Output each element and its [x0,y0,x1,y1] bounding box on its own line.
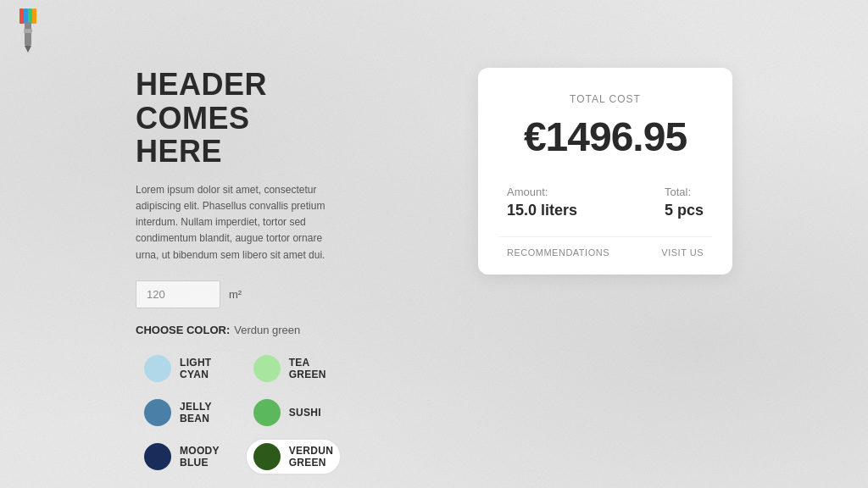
total-cost-label: TOTAL COST [498,93,712,105]
total-cost-value: €1496.95 [498,114,712,160]
choose-color-label: CHOOSE COLOR: [136,324,230,336]
total-pcs-value: 5 pcs [665,202,704,219]
svg-rect-1 [24,8,28,24]
color-label-tea-green: TEA GREEN [289,357,333,380]
color-label-verdun-green: VERDUN GREEN [289,445,333,469]
paint-brush-icon [13,8,42,55]
color-option-tea-green[interactable]: TEA GREEN [245,350,342,387]
total-pcs-label: Total: [665,186,704,198]
left-panel: HEADER COMES HERE Lorem ipsum dolor sit … [136,68,342,488]
svg-rect-0 [19,8,24,24]
total-detail: Total: 5 pcs [665,186,704,219]
svg-marker-5 [25,46,31,53]
svg-rect-4 [25,22,31,46]
amount-detail: Amount: 15.0 liters [507,186,577,219]
color-dot-light-cyan [144,355,171,382]
right-panel: TOTAL COST €1496.95 Amount: 15.0 liters … [478,68,732,488]
logo-area [13,8,42,58]
choose-color-row: CHOOSE COLOR: Verdun green [136,324,342,336]
color-dot-tea-green [253,355,281,382]
color-option-verdun-green[interactable]: VERDUN GREEN [245,438,342,475]
svg-rect-3 [32,8,36,24]
svg-rect-6 [24,29,32,33]
amount-label: Amount: [507,186,577,198]
color-grid: LIGHT CYAN TEA GREEN JELLY BEAN SUSHI [136,350,342,475]
color-option-jelly-bean[interactable]: JELLY BEAN [136,394,228,431]
cost-card: TOTAL COST €1496.95 Amount: 15.0 liters … [478,68,732,274]
color-label-sushi: SUSHI [289,407,321,419]
color-label-moody-blue: MOODY BLUE [180,445,220,469]
color-option-moody-blue[interactable]: MOODY BLUE [136,438,228,475]
color-label-jelly-bean: JELLY BEAN [180,401,220,424]
color-option-light-cyan[interactable]: LIGHT CYAN [136,350,228,387]
recommendations-link[interactable]: RECOMMENDATIONS [507,247,609,258]
page-title: HEADER COMES HERE [136,68,342,169]
description-text: Lorem ipsum dolor sit amet, consectetur … [136,182,342,263]
area-input-row: m² [136,280,342,308]
color-dot-jelly-bean [144,399,171,426]
amount-value: 15.0 liters [507,202,577,219]
area-input[interactable] [136,280,220,308]
svg-rect-2 [28,8,32,24]
color-dot-verdun-green [253,443,281,470]
chosen-color-name: Verdun green [234,324,300,336]
color-dot-moody-blue [144,443,171,470]
visit-us-link[interactable]: VISIT US [661,247,704,258]
color-dot-sushi [253,399,281,426]
card-links: RECOMMENDATIONS VISIT US [498,236,712,258]
color-option-sushi[interactable]: SUSHI [245,394,342,431]
color-label-light-cyan: LIGHT CYAN [180,357,220,380]
cost-details: Amount: 15.0 liters Total: 5 pcs [498,186,712,219]
unit-label: m² [229,288,242,301]
